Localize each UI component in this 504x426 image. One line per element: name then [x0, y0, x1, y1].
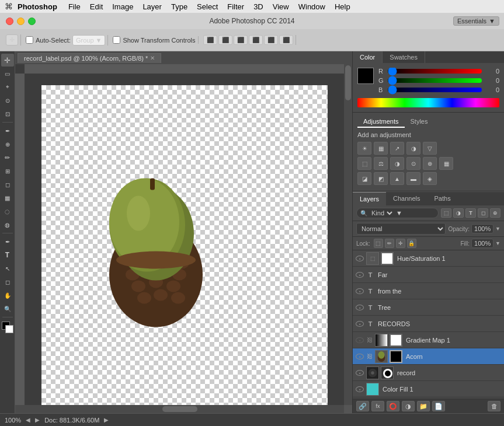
- fill-chevron[interactable]: ▼: [495, 240, 500, 246]
- horizontal-scrollbar[interactable]: [15, 405, 344, 413]
- lock-pixels-icon[interactable]: ✏: [385, 239, 394, 248]
- layer-row[interactable]: ⛓ Gradient Map 1: [353, 332, 504, 348]
- opacity-input[interactable]: [471, 224, 493, 233]
- filter-adj-icon[interactable]: ◑: [453, 208, 464, 218]
- layer-visibility[interactable]: [355, 336, 364, 345]
- move-tool-icon[interactable]: ✛: [6, 34, 18, 46]
- lock-position-icon[interactable]: ✛: [396, 239, 405, 248]
- menu-view[interactable]: View: [269, 2, 293, 12]
- menu-window[interactable]: Window: [294, 2, 329, 12]
- layer-visibility[interactable]: [355, 368, 364, 378]
- lasso-tool[interactable]: ⌖: [1, 81, 14, 93]
- threshold-adj-icon[interactable]: ▲: [390, 172, 404, 185]
- layer-visibility[interactable]: [355, 303, 364, 312]
- tab-color[interactable]: Color: [353, 51, 383, 63]
- menu-file[interactable]: File: [64, 2, 85, 12]
- pen-tool[interactable]: ✒: [1, 235, 14, 248]
- layer-effects-button[interactable]: fx: [371, 401, 384, 411]
- lock-transparent-icon[interactable]: ⬚: [374, 239, 383, 248]
- quick-select-tool[interactable]: ⊙: [1, 94, 14, 107]
- auto-select-dropdown[interactable]: Group ▼: [72, 35, 105, 46]
- color-lookup-adj-icon[interactable]: ▦: [439, 157, 453, 170]
- tab-layers[interactable]: Layers: [353, 192, 386, 205]
- brightness-adj-icon[interactable]: ☀: [357, 142, 371, 155]
- bw-adj-icon[interactable]: ◑: [390, 157, 404, 170]
- auto-select-checkbox[interactable]: [26, 36, 33, 44]
- blue-slider[interactable]: [388, 88, 482, 92]
- marquee-tool[interactable]: ▭: [1, 67, 14, 80]
- path-select-tool[interactable]: ↖: [1, 262, 14, 275]
- red-slider[interactable]: [388, 69, 482, 74]
- vertical-scrollbar[interactable]: [344, 64, 352, 405]
- menu-3d[interactable]: 3D: [249, 2, 267, 12]
- zoom-tool[interactable]: 🔍: [1, 302, 14, 315]
- color-preview-swatch[interactable]: [357, 68, 374, 84]
- move-tool[interactable]: ✛: [1, 54, 14, 67]
- tab-adjustments[interactable]: Adjustments: [357, 116, 405, 128]
- dodge-tool[interactable]: ◍: [1, 218, 14, 231]
- fill-input[interactable]: [471, 239, 493, 248]
- hsl-adj-icon[interactable]: ⬚: [357, 157, 371, 170]
- close-button[interactable]: [6, 18, 13, 25]
- tab-paths[interactable]: Paths: [427, 192, 458, 205]
- canvas-tab[interactable]: record_label.psd @ 100% (Acorn, RGB/8) *…: [18, 53, 161, 63]
- layer-visibility[interactable]: [355, 385, 364, 394]
- menu-filter[interactable]: Filter: [223, 2, 248, 12]
- layer-row[interactable]: T Far: [353, 267, 504, 283]
- filter-pixel-icon[interactable]: ⬚: [441, 208, 451, 218]
- tab-channels[interactable]: Channels: [386, 192, 427, 205]
- filter-type-icon[interactable]: T: [465, 208, 476, 218]
- eyedropper-tool[interactable]: ✒: [1, 124, 14, 137]
- apple-menu[interactable]: ⌘: [5, 2, 13, 11]
- filter-smart-icon[interactable]: ⊕: [490, 208, 500, 218]
- gradient-map-adj-icon[interactable]: ▬: [406, 172, 420, 185]
- opacity-chevron[interactable]: ▼: [495, 226, 500, 232]
- filter-shape-icon[interactable]: ◻: [478, 208, 488, 218]
- layers-filter-select[interactable]: Kind: [369, 209, 394, 217]
- layer-visibility[interactable]: [355, 319, 364, 329]
- tab-styles[interactable]: Styles: [405, 116, 434, 128]
- layer-row-active[interactable]: ⛓ Acorn: [353, 348, 504, 365]
- menu-edit[interactable]: Edit: [86, 2, 107, 12]
- channel-mix-adj-icon[interactable]: ⊕: [423, 157, 437, 170]
- background-color[interactable]: [5, 325, 13, 333]
- layer-row[interactable]: T RECORDS: [353, 316, 504, 332]
- zoom-arrow-right[interactable]: ▶: [35, 417, 40, 423]
- green-slider[interactable]: [388, 78, 482, 83]
- clone-tool[interactable]: ⊞: [1, 165, 14, 177]
- layer-row[interactable]: T from the: [353, 283, 504, 299]
- maximize-button[interactable]: [28, 18, 36, 25]
- add-mask-button[interactable]: ⭕: [387, 401, 399, 411]
- layer-visibility[interactable]: [355, 254, 364, 263]
- levels-adj-icon[interactable]: ▦: [374, 142, 388, 155]
- align-right-icon[interactable]: ⬛: [234, 35, 248, 45]
- new-layer-button[interactable]: 📄: [432, 401, 445, 411]
- color-spectrum-bar[interactable]: [357, 98, 499, 107]
- vertical-scroll-thumb[interactable]: [345, 65, 351, 100]
- crop-tool[interactable]: ⊡: [1, 107, 14, 120]
- align-top-icon[interactable]: ⬛: [249, 35, 263, 45]
- layer-row[interactable]: Color Fill 1: [353, 381, 504, 397]
- selective-color-adj-icon[interactable]: ◈: [423, 172, 437, 185]
- exposure-adj-icon[interactable]: ◑: [406, 142, 420, 155]
- curves-adj-icon[interactable]: ↗: [390, 142, 404, 155]
- canvas-tab-close[interactable]: ✕: [150, 55, 155, 61]
- hand-tool[interactable]: ✋: [1, 289, 14, 302]
- healing-tool[interactable]: ⊕: [1, 138, 14, 151]
- photo-filter-adj-icon[interactable]: ⊙: [406, 157, 420, 170]
- lock-all-icon[interactable]: 🔒: [407, 239, 416, 248]
- layer-row[interactable]: ⬚ Hue/Saturation 1: [353, 250, 504, 267]
- zoom-arrow-left[interactable]: ◀: [26, 417, 30, 423]
- align-left-icon[interactable]: ⬛: [203, 35, 217, 45]
- layer-visibility[interactable]: [355, 270, 364, 280]
- color-swatch[interactable]: [2, 322, 13, 333]
- horizontal-scroll-thumb[interactable]: [162, 406, 197, 412]
- layers-filter-input[interactable]: 🔍 Kind ▼: [356, 208, 439, 218]
- align-center-icon[interactable]: ⬛: [218, 35, 232, 45]
- layer-row[interactable]: record: [353, 365, 504, 381]
- menu-image[interactable]: Image: [108, 2, 137, 12]
- red-value[interactable]: 0: [484, 68, 499, 75]
- layer-visibility[interactable]: [355, 287, 364, 296]
- transform-checkbox[interactable]: [113, 36, 120, 44]
- layer-visibility[interactable]: [355, 352, 364, 361]
